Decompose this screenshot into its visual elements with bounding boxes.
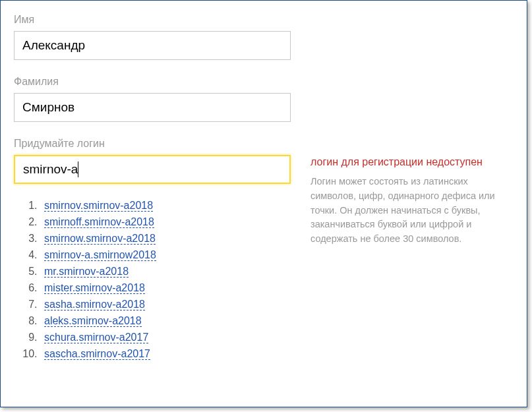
suggestion-item: sasha.smirnov-a2018 [40,299,291,310]
suggestion-link[interactable]: mr.smirnov-a2018 [44,266,129,278]
lastname-input[interactable] [14,93,291,122]
login-input[interactable] [14,155,291,184]
suggestion-item: smirnov-a.smirnow2018 [40,249,291,261]
suggestion-link[interactable]: schura.smirnov-a2017 [44,332,148,343]
suggestion-link[interactable]: smirnov-a.smirnow2018 [44,249,156,261]
suggestion-link[interactable]: sascha.smirnov-a2017 [44,348,150,360]
suggestion-link[interactable]: smirnow.smirnov-a2018 [44,233,156,245]
suggestion-item: sascha.smirnov-a2017 [40,348,291,360]
login-label: Придумайте логин [14,138,291,150]
login-field-group: Придумайте логин [14,138,291,184]
suggestion-item: mister.smirnov-a2018 [40,282,291,294]
suggestion-link[interactable]: smirnoff.smirnov-a2018 [44,216,154,228]
firstname-field-group: Имя [14,14,291,60]
firstname-input[interactable] [14,31,291,60]
login-hint-text: Логин может состоять из латинских символ… [310,175,514,247]
suggestion-item: smirnow.smirnov-a2018 [40,233,291,245]
suggestion-link[interactable]: smirnov.smirnov-a2018 [44,200,153,212]
suggestion-item: mr.smirnov-a2018 [40,266,291,278]
suggestion-item: smirnoff.smirnov-a2018 [40,216,291,228]
lastname-label: Фамилия [14,76,291,88]
suggestion-item: schura.smirnov-a2017 [40,332,291,343]
lastname-field-group: Фамилия [14,76,291,122]
suggestion-item: smirnov.smirnov-a2018 [40,200,291,212]
suggestion-link[interactable]: sasha.smirnov-a2018 [44,299,145,310]
login-suggestions-list: smirnov.smirnov-a2018smirnoff.smirnov-a2… [14,200,291,360]
registration-form-window: Имя Фамилия Придумайте логин smirnov.smi… [0,0,527,407]
suggestion-link[interactable]: mister.smirnov-a2018 [44,282,145,294]
suggestion-link[interactable]: aleks.smirnov-a2018 [44,315,142,327]
login-error-message: логин для регистрации недоступен [310,156,514,168]
firstname-label: Имя [14,14,291,26]
text-caret [78,162,78,177]
suggestion-item: aleks.smirnov-a2018 [40,315,291,327]
